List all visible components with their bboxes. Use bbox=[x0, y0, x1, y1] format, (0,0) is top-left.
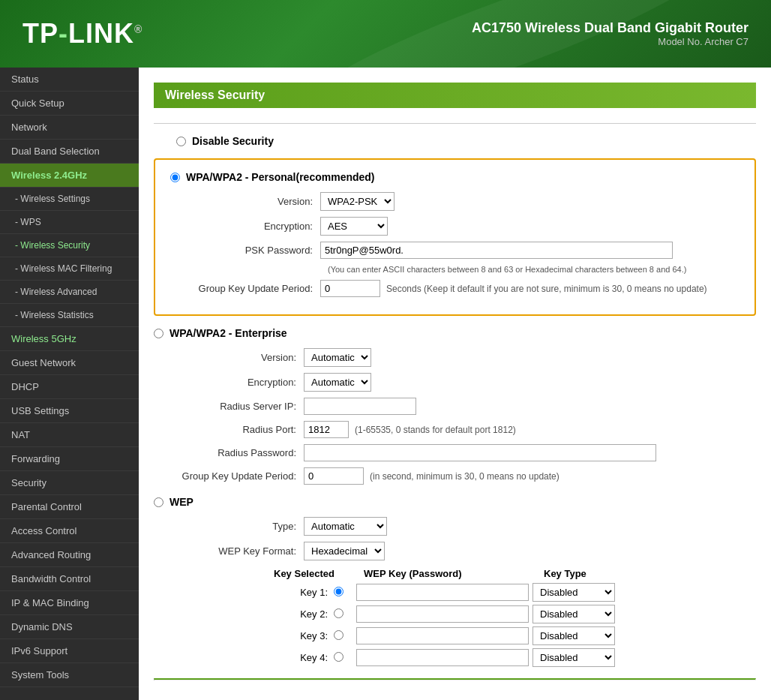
wep-key2-radio-wrap bbox=[334, 608, 356, 620]
wep-key4-input[interactable] bbox=[356, 649, 529, 666]
wep-section: WEP Type: Automatic Open System Shared K… bbox=[154, 496, 756, 667]
ent-version-select[interactable]: Automatic WPA2 WPA bbox=[304, 348, 371, 367]
sidebar-item-wps[interactable]: - WPS bbox=[0, 211, 139, 234]
page-title: Wireless Security bbox=[165, 89, 265, 101]
wep-key3-radio-wrap bbox=[334, 630, 356, 642]
wep-table-header: Key Selected WEP Key (Password) Key Type bbox=[274, 568, 756, 579]
wpa-enterprise-label: WPA/WPA2 - Enterprise bbox=[170, 327, 287, 339]
sidebar-item-wireless-security[interactable]: - Wireless Security bbox=[0, 234, 139, 257]
wpa-version-select[interactable]: WPA2-PSK WPA-PSK Automatic bbox=[320, 192, 394, 211]
ent-encryption-label: Encryption: bbox=[154, 377, 304, 388]
wep-key2-input[interactable] bbox=[356, 605, 529, 623]
psk-password-input[interactable]: 5tr0ngP@55w0rd. bbox=[320, 242, 673, 259]
wep-key3-radio[interactable] bbox=[334, 630, 344, 640]
group-key-control: Seconds (Keep it default if you are not … bbox=[320, 280, 740, 297]
wep-key3-input[interactable] bbox=[356, 627, 529, 644]
radius-server-control bbox=[304, 398, 756, 415]
radius-server-input[interactable] bbox=[304, 398, 416, 415]
disable-security-section: Disable Security bbox=[154, 135, 756, 147]
radius-port-hint: (1-65535, 0 stands for default port 1812… bbox=[355, 425, 516, 435]
wep-key2-radio[interactable] bbox=[334, 608, 344, 618]
radius-server-label: Radius Server IP: bbox=[154, 401, 304, 412]
ent-version-control: Automatic WPA2 WPA bbox=[304, 348, 756, 367]
sidebar-item-ip-mac[interactable]: IP & MAC Binding bbox=[0, 591, 139, 615]
wpa-encryption-select[interactable]: AES TKIP Automatic bbox=[320, 217, 388, 236]
wep-col-key-header: WEP Key (Password) bbox=[364, 568, 544, 579]
wep-key2-type-select[interactable]: Disabled 64-bit 128-bit 152-bit bbox=[532, 605, 615, 623]
wep-format-select[interactable]: Hexadecimal ASCII bbox=[304, 542, 385, 560]
wep-col-type-header: Key Type bbox=[544, 568, 634, 579]
sidebar-item-wireless-mac[interactable]: - Wireless MAC Filtering bbox=[0, 257, 139, 281]
sidebar-item-dhcp[interactable]: DHCP bbox=[0, 375, 139, 399]
sidebar-item-usb-settings[interactable]: USB Settings bbox=[0, 399, 139, 423]
sidebar-item-quick-setup[interactable]: Quick Setup bbox=[0, 92, 139, 116]
radius-password-input[interactable] bbox=[304, 444, 656, 461]
header: TP-LINK® AC1750 Wireless Dual Band Gigab… bbox=[0, 0, 771, 68]
ent-encryption-control: Automatic AES TKIP bbox=[304, 373, 756, 392]
psk-password-row: PSK Password: 5tr0ngP@55w0rd. bbox=[170, 242, 740, 259]
logo-text: TP-LINK bbox=[22, 18, 134, 49]
wep-key4-label: Key 4: bbox=[274, 652, 334, 663]
sidebar-item-ipv6[interactable]: IPv6 Support bbox=[0, 639, 139, 663]
wep-key1-radio[interactable] bbox=[334, 587, 344, 596]
sidebar-item-wireless-settings[interactable]: - Wireless Settings bbox=[0, 188, 139, 211]
sidebar-item-guest-network[interactable]: Guest Network bbox=[0, 351, 139, 375]
layout: Status Quick Setup Network Dual Band Sel… bbox=[0, 68, 771, 700]
wpa-version-control: WPA2-PSK WPA-PSK Automatic bbox=[320, 192, 740, 211]
sidebar-item-bandwidth[interactable]: Bandwidth Control bbox=[0, 567, 139, 591]
wpa-enterprise-header: WPA/WPA2 - Enterprise bbox=[154, 327, 756, 339]
sidebar-item-dynamic-dns[interactable]: Dynamic DNS bbox=[0, 615, 139, 639]
ent-group-key-input[interactable] bbox=[304, 467, 364, 485]
wep-col-selected-header: Key Selected bbox=[274, 568, 364, 579]
ent-group-key-hint: (in second, minimum is 30, 0 means no up… bbox=[370, 471, 560, 482]
sidebar-item-system-tools[interactable]: System Tools bbox=[0, 663, 139, 687]
psk-password-label: PSK Password: bbox=[170, 245, 320, 256]
wep-header: WEP bbox=[154, 496, 756, 508]
wep-key1-input[interactable] bbox=[356, 584, 529, 601]
wep-label: WEP bbox=[170, 496, 194, 508]
wep-radio[interactable] bbox=[154, 497, 164, 507]
wep-key3-type-select[interactable]: Disabled 64-bit 128-bit 152-bit bbox=[532, 626, 615, 645]
ent-group-key-control: (in second, minimum is 30, 0 means no up… bbox=[304, 467, 756, 485]
ent-group-key-label: Group Key Update Period: bbox=[154, 470, 304, 482]
ent-encryption-select[interactable]: Automatic AES TKIP bbox=[304, 373, 371, 392]
wep-key4-radio[interactable] bbox=[334, 652, 344, 662]
radius-port-input[interactable] bbox=[304, 421, 349, 438]
wep-key1-label: Key 1: bbox=[274, 587, 334, 598]
wep-key4-type-select[interactable]: Disabled 64-bit 128-bit 152-bit bbox=[532, 648, 615, 667]
sidebar-item-security[interactable]: Security bbox=[0, 471, 139, 495]
wep-key4-radio-wrap bbox=[334, 652, 356, 664]
wpa-personal-radio[interactable] bbox=[170, 173, 180, 182]
radius-port-control: (1-65535, 0 stands for default port 1812… bbox=[304, 421, 756, 438]
sidebar-item-nat[interactable]: NAT bbox=[0, 423, 139, 447]
sidebar-item-wireless-advanced[interactable]: - Wireless Advanced bbox=[0, 281, 139, 304]
wep-type-row: Type: Automatic Open System Shared Key bbox=[154, 517, 756, 536]
logo: TP-LINK® bbox=[22, 18, 142, 50]
sidebar-item-wireless-24[interactable]: Wireless 2.4GHz bbox=[0, 164, 139, 188]
radius-password-row: Radius Password: bbox=[154, 444, 756, 461]
radius-server-row: Radius Server IP: bbox=[154, 398, 756, 415]
wpa-enterprise-radio[interactable] bbox=[154, 329, 164, 338]
group-key-input[interactable] bbox=[320, 280, 380, 297]
sidebar-item-status[interactable]: Status bbox=[0, 68, 139, 92]
sidebar-item-forwarding[interactable]: Forwarding bbox=[0, 447, 139, 471]
sidebar-item-access-control[interactable]: Access Control bbox=[0, 519, 139, 543]
main-content: Wireless Security Disable Security WPA/W… bbox=[139, 68, 771, 700]
wep-key3-row: Key 3: Disabled 64-bit 128-bit 152-bit bbox=[274, 626, 756, 645]
disable-security-label: Disable Security bbox=[192, 135, 274, 147]
radius-password-control bbox=[304, 444, 756, 461]
wep-type-select[interactable]: Automatic Open System Shared Key bbox=[304, 517, 387, 536]
sidebar-item-network[interactable]: Network bbox=[0, 116, 139, 140]
wpa-personal-section: WPA/WPA2 - Personal(recommended) Version… bbox=[154, 158, 756, 316]
wep-key1-type-select[interactable]: Disabled 64-bit 128-bit 152-bit bbox=[532, 583, 615, 602]
sidebar-item-wireless-5g[interactable]: Wireless 5GHz bbox=[0, 327, 139, 351]
wep-type-label: Type: bbox=[154, 521, 304, 532]
sidebar-item-advanced-routing[interactable]: Advanced Routing bbox=[0, 543, 139, 567]
group-key-label: Group Key Update Period: bbox=[170, 283, 320, 294]
sidebar-item-dual-band[interactable]: Dual Band Selection bbox=[0, 140, 139, 164]
disable-security-radio[interactable] bbox=[176, 137, 186, 146]
wpa-personal-header: WPA/WPA2 - Personal(recommended) bbox=[170, 171, 740, 183]
ent-version-row: Version: Automatic WPA2 WPA bbox=[154, 348, 756, 367]
sidebar-item-wireless-statistics[interactable]: - Wireless Statistics bbox=[0, 304, 139, 327]
sidebar-item-parental[interactable]: Parental Control bbox=[0, 495, 139, 519]
